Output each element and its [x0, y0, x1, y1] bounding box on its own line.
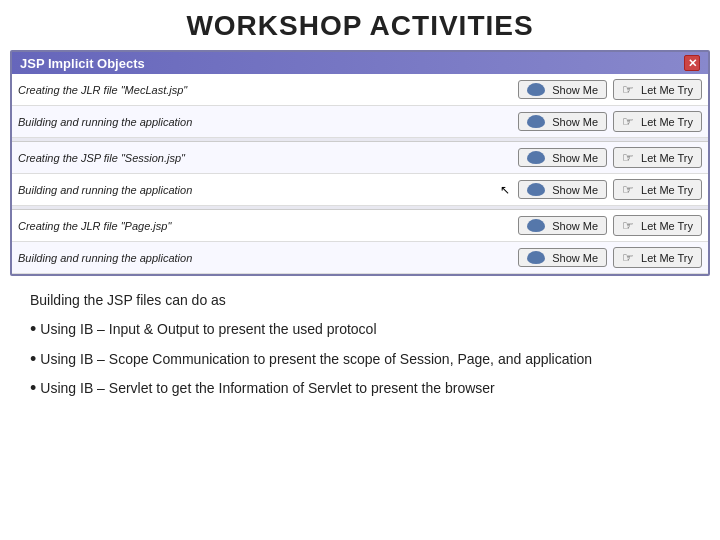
show-me-label: Show Me [552, 116, 598, 128]
eye-icon [527, 83, 545, 96]
let-me-try-button[interactable]: ☞Let Me Try [613, 79, 702, 100]
hand-icon: ☞ [622, 82, 634, 97]
show-me-label: Show Me [552, 152, 598, 164]
let-me-try-button[interactable]: ☞Let Me Try [613, 215, 702, 236]
show-me-button[interactable]: Show Me [518, 80, 607, 99]
eye-icon [527, 151, 545, 164]
let-me-try-button[interactable]: ☞Let Me Try [613, 247, 702, 268]
bullet-text: Using IB – Servlet to get the Informatio… [40, 378, 494, 399]
let-me-try-label: Let Me Try [641, 252, 693, 264]
cursor-icon: ↖ [500, 183, 510, 197]
dialog: JSP Implicit Objects ✕ Creating the JLR … [10, 50, 710, 276]
show-me-button[interactable]: Show Me [518, 248, 607, 267]
activity-row: Creating the JSP file "Session.jsp"Show … [12, 142, 708, 174]
let-me-try-label: Let Me Try [641, 220, 693, 232]
activity-row: Creating the JLR file "Page.jsp"Show Me☞… [12, 210, 708, 242]
show-me-label: Show Me [552, 184, 598, 196]
dialog-title: JSP Implicit Objects [20, 56, 145, 71]
bullet-item: •Using IB – Scope Communication to prese… [30, 349, 690, 371]
activity-row: Building and running the applicationShow… [12, 106, 708, 138]
show-me-button[interactable]: Show Me [518, 216, 607, 235]
dialog-titlebar: JSP Implicit Objects ✕ [12, 52, 708, 74]
content-intro: Building the JSP files can do as [30, 290, 690, 311]
page-title: WORKSHOP ACTIVITIES [0, 0, 720, 50]
eye-icon [527, 115, 545, 128]
activity-label: Creating the JLR file "Page.jsp" [18, 220, 510, 232]
activity-label: Building and running the application [18, 252, 510, 264]
button-group: Show Me☞Let Me Try [518, 247, 702, 268]
bullet-item: •Using IB – Input & Output to present th… [30, 319, 690, 341]
eye-icon [527, 219, 545, 232]
show-me-label: Show Me [552, 252, 598, 264]
dialog-close-button[interactable]: ✕ [684, 55, 700, 71]
show-me-label: Show Me [552, 220, 598, 232]
let-me-try-label: Let Me Try [641, 152, 693, 164]
hand-icon: ☞ [622, 182, 634, 197]
hand-icon: ☞ [622, 114, 634, 129]
show-me-label: Show Me [552, 84, 598, 96]
bullet-dot: • [30, 378, 36, 400]
activity-label: Creating the JLR file "MecLast.jsp" [18, 84, 510, 96]
dialog-wrapper: JSP Implicit Objects ✕ Creating the JLR … [10, 50, 710, 276]
bullet-text: Using IB – Input & Output to present the… [40, 319, 376, 340]
bullet-item: •Using IB – Servlet to get the Informati… [30, 378, 690, 400]
button-group: Show Me☞Let Me Try [518, 147, 702, 168]
content-section: Building the JSP files can do as •Using … [0, 276, 720, 418]
button-group: Show Me☞Let Me Try [518, 179, 702, 200]
show-me-button[interactable]: Show Me [518, 112, 607, 131]
activity-row: Building and running the application↖Sho… [12, 174, 708, 206]
let-me-try-label: Let Me Try [641, 116, 693, 128]
show-me-button[interactable]: Show Me [518, 148, 607, 167]
eye-icon [527, 183, 545, 196]
show-me-button[interactable]: Show Me [518, 180, 607, 199]
let-me-try-button[interactable]: ☞Let Me Try [613, 147, 702, 168]
let-me-try-label: Let Me Try [641, 84, 693, 96]
activity-row: Building and running the applicationShow… [12, 242, 708, 274]
let-me-try-label: Let Me Try [641, 184, 693, 196]
hand-icon: ☞ [622, 250, 634, 265]
eye-icon [527, 251, 545, 264]
let-me-try-button[interactable]: ☞Let Me Try [613, 179, 702, 200]
hand-icon: ☞ [622, 218, 634, 233]
activity-label: Building and running the application [18, 116, 510, 128]
bullet-text: Using IB – Scope Communication to presen… [40, 349, 592, 370]
bullet-dot: • [30, 319, 36, 341]
bullet-dot: • [30, 349, 36, 371]
button-group: Show Me☞Let Me Try [518, 79, 702, 100]
hand-icon: ☞ [622, 150, 634, 165]
let-me-try-button[interactable]: ☞Let Me Try [613, 111, 702, 132]
activity-label: Creating the JSP file "Session.jsp" [18, 152, 510, 164]
page-container: WORKSHOP ACTIVITIES JSP Implicit Objects… [0, 0, 720, 418]
dialog-body: Creating the JLR file "MecLast.jsp"Show … [12, 74, 708, 274]
activity-row: Creating the JLR file "MecLast.jsp"Show … [12, 74, 708, 106]
activity-label: Building and running the application [18, 184, 500, 196]
button-group: Show Me☞Let Me Try [518, 111, 702, 132]
button-group: Show Me☞Let Me Try [518, 215, 702, 236]
